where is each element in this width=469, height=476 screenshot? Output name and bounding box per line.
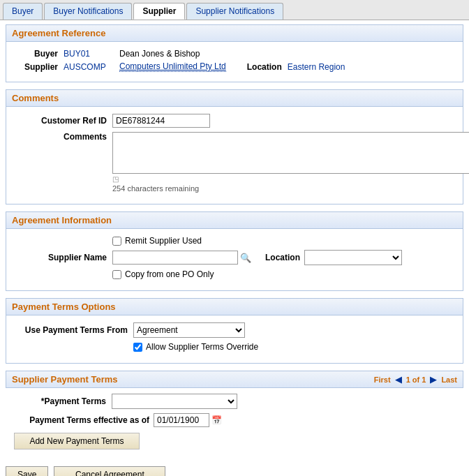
- calendar-icon[interactable]: 📅: [211, 415, 222, 425]
- supplier-row: Supplier AUSCOMP Computers Unlimited Pty…: [15, 61, 454, 72]
- allow-override-label: Allow Supplier Terms Override: [146, 342, 258, 352]
- bottom-buttons: Save Cancel Agreement: [6, 466, 463, 476]
- supplier-payment-terms-section: Supplier Payment Terms First ◀ 1 of 1 ▶ …: [6, 371, 463, 461]
- supplier-name-field-label: Supplier Name: [15, 253, 112, 262]
- buyer-code: BUY01: [64, 49, 119, 59]
- main-content: Agreement Reference Buyer BUY01 Dean Jon…: [0, 20, 469, 476]
- location-dropdown[interactable]: [304, 250, 402, 265]
- pagination-nav: First ◀ 1 of 1 ▶ Last: [374, 374, 457, 385]
- eff-date-label: Payment Terms effective as of: [14, 415, 154, 425]
- payment-terms-label: *Payment Terms: [14, 396, 112, 406]
- customer-ref-id-label: Customer Ref ID: [15, 116, 112, 126]
- eff-date-input[interactable]: [154, 413, 209, 427]
- supplier-payment-terms-title: Supplier Payment Terms: [12, 374, 117, 385]
- add-new-row: Add New Payment Terms: [14, 433, 455, 449]
- copy-po-checkbox[interactable]: [112, 270, 121, 279]
- comments-section: Comments Customer Ref ID Comments ◳ 254 …: [6, 89, 463, 204]
- agreement-info-body: Remit Supplier Used Supplier Name 🔍 Loca…: [6, 229, 463, 291]
- customer-ref-row: Customer Ref ID: [15, 114, 454, 128]
- tab-supplier[interactable]: Supplier: [133, 3, 185, 20]
- agreement-reference-header: Agreement Reference: [6, 24, 463, 42]
- comments-textarea[interactable]: [112, 132, 469, 174]
- remit-supplier-label: Remit Supplier Used: [125, 236, 202, 246]
- resize-handle: ◳: [112, 176, 469, 183]
- tab-buyer-notifications[interactable]: Buyer Notifications: [44, 3, 132, 20]
- comments-input-wrapper: ◳ 254 characters remaining: [112, 132, 469, 193]
- nav-prev-button[interactable]: ◀: [394, 374, 403, 385]
- tab-buyer[interactable]: Buyer: [3, 3, 43, 20]
- nav-last-label: Last: [441, 375, 457, 384]
- remit-supplier-row: Remit Supplier Used: [15, 236, 454, 246]
- buyer-name: Dean Jones & Bishop: [119, 49, 200, 59]
- location-value: Eastern Region: [288, 62, 345, 72]
- comments-header: Comments: [6, 89, 463, 107]
- buyer-row: Buyer BUY01 Dean Jones & Bishop: [15, 49, 454, 59]
- payment-terms-row: *Payment Terms: [14, 394, 455, 409]
- supplier-name-input[interactable]: [112, 251, 238, 265]
- use-payment-label: Use Payment Terms From: [15, 325, 133, 335]
- comments-label: Comments: [15, 132, 112, 142]
- tab-supplier-notifications[interactable]: Supplier Notifications: [186, 3, 283, 20]
- location-field-label: Location: [265, 253, 300, 262]
- nav-first-label: First: [374, 375, 391, 384]
- supplier-code: AUSCOMP: [64, 62, 119, 72]
- save-button[interactable]: Save: [6, 466, 48, 476]
- use-payment-row: Use Payment Terms From Agreement: [15, 322, 454, 338]
- buyer-label: Buyer: [15, 49, 64, 59]
- allow-override-row: Allow Supplier Terms Override: [133, 342, 454, 352]
- comments-row: Comments ◳ 254 characters remaining: [15, 132, 454, 193]
- supplier-label: Supplier: [15, 62, 64, 72]
- agreement-info-header: Agreement Information: [6, 211, 463, 229]
- payment-terms-options-header: Payment Terms Options: [6, 298, 463, 315]
- allow-override-checkbox[interactable]: [133, 343, 142, 352]
- supplier-name-row: Supplier Name 🔍 Location: [15, 250, 454, 265]
- nav-page-info: 1 of 1: [406, 375, 426, 384]
- supplier-name-link[interactable]: Computers Unlimited Pty Ltd: [119, 61, 226, 72]
- cancel-agreement-button[interactable]: Cancel Agreement: [54, 466, 165, 476]
- customer-ref-id-input[interactable]: [112, 114, 210, 128]
- nav-next-button[interactable]: ▶: [429, 374, 438, 385]
- remit-supplier-checkbox[interactable]: [112, 237, 121, 246]
- char-remaining: 254 characters remaining: [112, 184, 469, 193]
- search-icon[interactable]: 🔍: [240, 253, 251, 263]
- eff-date-row: Payment Terms effective as of 📅: [14, 413, 455, 427]
- location-label: Location: [247, 62, 282, 72]
- agreement-reference-body: Buyer BUY01 Dean Jones & Bishop Supplier…: [6, 42, 463, 82]
- payment-terms-options-section: Payment Terms Options Use Payment Terms …: [6, 298, 463, 364]
- supplier-payment-terms-header: Supplier Payment Terms First ◀ 1 of 1 ▶ …: [6, 371, 463, 388]
- supplier-payment-terms-body: *Payment Terms Payment Terms effective a…: [6, 388, 463, 461]
- payment-terms-dropdown[interactable]: [112, 394, 237, 409]
- use-payment-dropdown[interactable]: Agreement: [133, 322, 245, 338]
- tab-bar: Buyer Buyer Notifications Supplier Suppl…: [0, 0, 469, 20]
- copy-po-label: Copy from one PO Only: [125, 269, 214, 279]
- payment-terms-options-body: Use Payment Terms From Agreement Allow S…: [6, 315, 463, 364]
- copy-po-row: Copy from one PO Only: [15, 269, 454, 279]
- agreement-info-section: Agreement Information Remit Supplier Use…: [6, 211, 463, 291]
- add-new-payment-terms-button[interactable]: Add New Payment Terms: [14, 433, 140, 449]
- comments-body: Customer Ref ID Comments ◳ 254 character…: [6, 107, 463, 204]
- agreement-reference-section: Agreement Reference Buyer BUY01 Dean Jon…: [6, 24, 463, 82]
